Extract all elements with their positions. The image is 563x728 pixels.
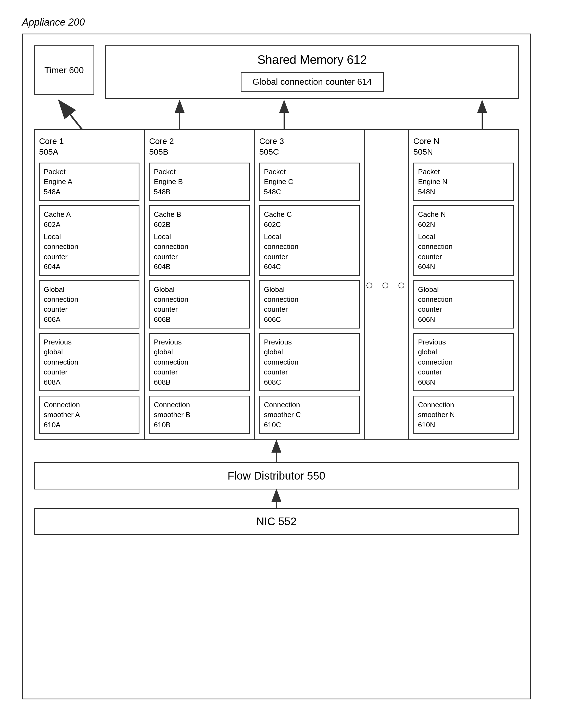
- up-arrow-svg-2: [268, 489, 284, 509]
- coreN-packet-engine: PacketEngine N548N: [413, 163, 514, 201]
- core-column-n: Core N505N PacketEngine N548N Cache N602…: [409, 130, 518, 439]
- global-counter-label: Global connection counter 614: [253, 77, 372, 87]
- appliance-label: Appliance 200: [22, 17, 541, 28]
- nic-label: NIC 552: [256, 515, 297, 527]
- nic-box: NIC 552: [34, 508, 519, 535]
- arrow-to-flow: [34, 489, 519, 509]
- shared-memory-title: Shared Memory 612: [258, 53, 367, 67]
- top-section: Timer 600 Shared Memory 612 Global conne…: [34, 45, 519, 99]
- core1-prev-global: Previousglobalconnectioncounter608A: [39, 333, 140, 391]
- coreN-smoother: Connectionsmoother N610N: [413, 396, 514, 434]
- timer-box: Timer 600: [34, 45, 94, 95]
- core2-header: Core 2505B: [149, 136, 250, 157]
- core2-global-counter: Globalconnectioncounter606B: [149, 280, 250, 329]
- core-column-3: Core 3505C PacketEngine C548C Cache C602…: [255, 130, 365, 439]
- core1-smoother: Connectionsmoother A610A: [39, 396, 140, 434]
- dots: ○ ○ ○: [365, 277, 408, 292]
- core3-packet-engine: PacketEngine C548C: [260, 163, 360, 201]
- core1-cache: Cache A602A Localconnectioncounter604A: [39, 205, 140, 276]
- coreN-cache: Cache N602N Localconnectioncounter604N: [413, 205, 514, 276]
- core2-prev-global: Previousglobalconnectioncounter608B: [149, 333, 250, 391]
- coreN-prev-global: Previousglobalconnectioncounter608N: [413, 333, 514, 391]
- arrow-to-cores: [34, 440, 519, 462]
- up-arrow-svg: [268, 440, 284, 462]
- core1-global-counter: Globalconnectioncounter606A: [39, 280, 140, 329]
- svg-line-2: [60, 102, 82, 129]
- global-counter-box: Global connection counter 614: [241, 72, 384, 92]
- page: Appliance 200 Timer 600 Shared Memory 61…: [0, 0, 563, 728]
- flow-distributor-box: Flow Distributor 550: [34, 462, 519, 489]
- core1-packet-engine: PacketEngine A548A: [39, 163, 140, 201]
- coreN-header: Core N505N: [413, 136, 514, 157]
- coreN-global-counter: Globalconnectioncounter606N: [413, 280, 514, 329]
- cores-section: Core 1505A PacketEngine A548A Cache A602…: [34, 129, 519, 440]
- arrows-svg: [34, 99, 519, 129]
- dots-column: ○ ○ ○: [365, 130, 409, 439]
- core3-prev-global: Previousglobalconnectioncounter608C: [260, 333, 360, 391]
- core3-smoother: Connectionsmoother C610C: [260, 396, 360, 434]
- core-column-2: Core 2505B PacketEngine B548B Cache B602…: [145, 130, 255, 439]
- core2-cache: Cache B602B Localconnectioncounter604B: [149, 205, 250, 276]
- shared-memory-box: Shared Memory 612 Global connection coun…: [105, 45, 519, 99]
- core2-packet-engine: PacketEngine B548B: [149, 163, 250, 201]
- flow-distributor-label: Flow Distributor 550: [228, 470, 325, 482]
- core-column-1: Core 1505A PacketEngine A548A Cache A602…: [35, 130, 145, 439]
- core3-cache: Cache C602C Localconnectioncounter604C: [260, 205, 360, 276]
- arrows-area: [34, 99, 519, 129]
- core1-header: Core 1505A: [39, 136, 140, 157]
- core3-global-counter: Globalconnectioncounter606C: [260, 280, 360, 329]
- timer-label: Timer 600: [45, 65, 84, 75]
- core2-smoother: Connectionsmoother B610B: [149, 396, 250, 434]
- core3-header: Core 3505C: [260, 136, 360, 157]
- outer-box: Timer 600 Shared Memory 612 Global conne…: [22, 34, 531, 699]
